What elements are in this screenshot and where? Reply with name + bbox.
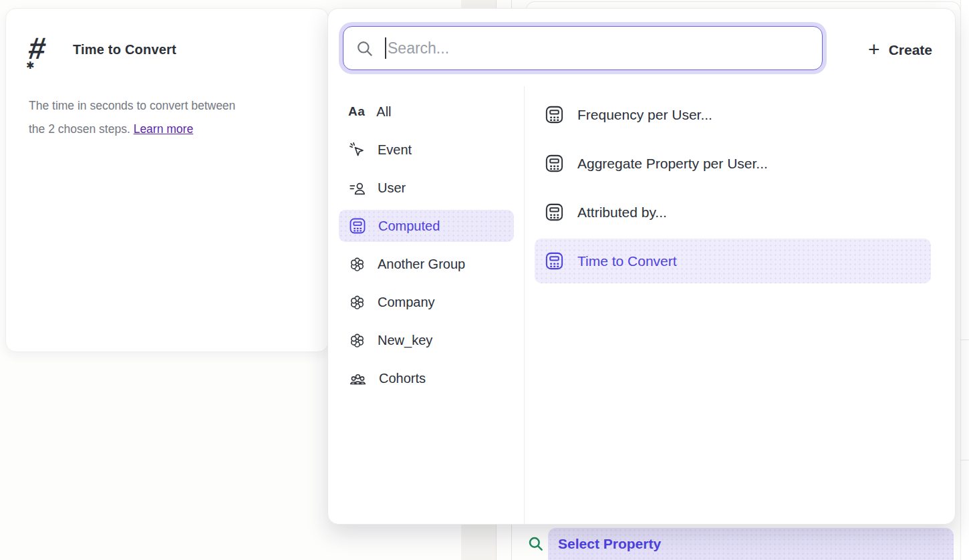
group-icon	[348, 255, 366, 273]
plus-icon: +	[868, 39, 880, 59]
list-item-attributed-by[interactable]: Attributed by...	[535, 190, 931, 235]
property-search-icon	[527, 535, 545, 553]
background-divider	[511, 525, 512, 560]
background-card-edge	[960, 339, 969, 340]
text-caret	[385, 37, 386, 59]
background-divider	[496, 525, 497, 560]
sidebar-item-another-group[interactable]: Another Group	[339, 248, 514, 280]
calculator-icon	[544, 153, 565, 174]
sidebar-item-cohorts[interactable]: Cohorts	[339, 362, 514, 394]
list-item-aggregate-property-per-user[interactable]: Aggregate Property per User...	[535, 141, 931, 186]
select-property-field[interactable]: Select Property	[548, 528, 954, 560]
user-icon	[348, 179, 366, 197]
results-list: Frequency per User... Aggregate Property…	[535, 92, 931, 287]
cursor-click-icon	[348, 141, 366, 159]
search-placeholder: Search...	[388, 39, 449, 57]
background-side-card	[960, 0, 969, 560]
sidebar-item-new-key[interactable]: New_key	[339, 324, 514, 356]
cohorts-icon	[348, 370, 368, 388]
calculator-icon	[544, 202, 565, 223]
category-list: Aa All Event User	[339, 96, 514, 400]
create-label: Create	[889, 42, 932, 58]
search-input[interactable]: Search...	[343, 26, 823, 70]
text-format-icon: Aa	[348, 104, 365, 119]
calculator-icon	[544, 251, 565, 271]
panel-divider	[524, 86, 525, 524]
background-card-edge	[960, 460, 969, 460]
group-icon	[348, 331, 366, 349]
calculator-icon	[348, 217, 367, 235]
select-property-label: Select Property	[558, 536, 661, 552]
group-icon	[348, 293, 366, 311]
create-button[interactable]: + Create	[868, 37, 932, 63]
calculator-icon	[544, 104, 565, 125]
tooltip-title: Time to Convert	[73, 42, 176, 57]
sidebar-item-computed[interactable]: Computed	[339, 210, 514, 242]
sidebar-item-event[interactable]: Event	[339, 134, 514, 166]
list-item-time-to-convert[interactable]: Time to Convert	[535, 239, 931, 283]
search-icon	[356, 39, 374, 57]
tooltip-description: The time in seconds to convert between t…	[29, 94, 297, 141]
learn-more-link[interactable]: Learn more	[134, 122, 194, 136]
tooltip-card: # ✱ Time to Convert The time in seconds …	[5, 8, 329, 352]
list-item-frequency-per-user[interactable]: Frequency per User...	[535, 92, 931, 137]
sidebar-item-user[interactable]: User	[339, 172, 514, 204]
property-picker-panel: Search... + Create Aa All Event	[327, 8, 956, 525]
sidebar-item-company[interactable]: Company	[339, 286, 514, 318]
background-toolbar-strip	[461, 525, 496, 560]
sidebar-item-all[interactable]: Aa All	[339, 96, 514, 128]
computed-property-icon: # ✱	[29, 33, 66, 76]
